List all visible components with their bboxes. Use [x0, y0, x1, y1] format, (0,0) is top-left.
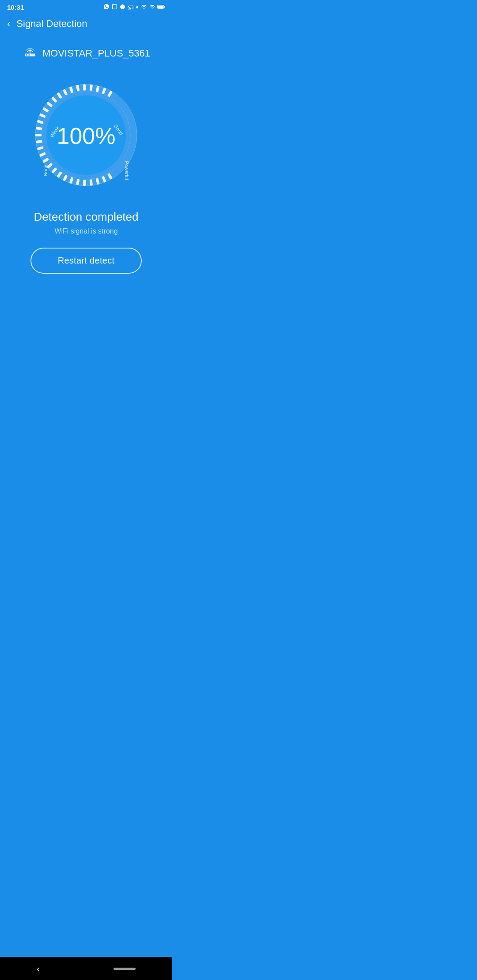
restart-detect-button[interactable]: Restart detect — [30, 248, 142, 274]
wifi-status-label: WiFi signal is strong — [54, 227, 117, 235]
router-icon — [22, 44, 38, 63]
gauge-container: 100% None Weak Good Powerful — [0, 73, 172, 197]
svg-rect-15 — [83, 180, 86, 186]
svg-point-7 — [28, 54, 30, 56]
network-area: MOVISTAR_PLUS_5361 — [0, 44, 172, 63]
gauge-svg: 100% None Weak Good Powerful — [24, 73, 148, 197]
circle-icon — [120, 4, 125, 11]
main-content: MOVISTAR_PLUS_5361 — [0, 44, 172, 300]
battery-icon — [157, 4, 165, 11]
page-title: Signal Detection — [16, 18, 87, 30]
svg-rect-3 — [164, 6, 165, 8]
svg-text:100%: 100% — [57, 123, 116, 149]
svg-text:None: None — [43, 165, 48, 176]
svg-point-6 — [26, 54, 27, 56]
dot-icon — [136, 6, 138, 8]
detection-completed-label: Detection completed — [34, 210, 138, 224]
whatsapp-icon — [103, 4, 110, 11]
cast-icon — [128, 4, 134, 11]
status-time: 10:31 — [7, 4, 24, 11]
svg-rect-26 — [35, 134, 42, 136]
status-icons — [103, 4, 165, 11]
svg-rect-0 — [113, 4, 117, 9]
network-name: MOVISTAR_PLUS_5361 — [42, 48, 150, 59]
svg-point-1 — [120, 4, 125, 9]
square-icon — [112, 4, 117, 11]
status-bar: 10:31 — [0, 0, 172, 14]
status-section: Detection completed WiFi signal is stron… — [0, 210, 172, 235]
back-button[interactable]: ‹ — [7, 19, 10, 29]
signal-icon — [149, 4, 155, 11]
svg-text:Powerful: Powerful — [124, 161, 129, 180]
header: ‹ Signal Detection — [0, 14, 172, 37]
svg-rect-37 — [83, 84, 86, 90]
network-row: MOVISTAR_PLUS_5361 — [22, 44, 150, 63]
wifi-icon — [140, 4, 147, 11]
svg-rect-4 — [158, 5, 163, 8]
gauge-wrapper: 100% None Weak Good Powerful — [24, 73, 148, 197]
